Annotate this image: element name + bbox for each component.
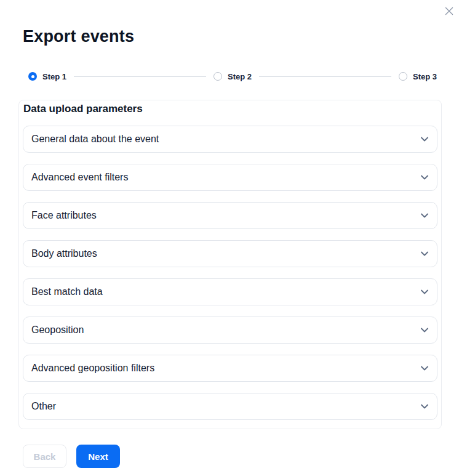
accordion-advanced-event-filters[interactable]: Advanced event filters [23, 164, 437, 191]
step-2-radio-icon [214, 72, 222, 81]
step-1-radio-icon [28, 72, 37, 81]
chevron-down-icon [420, 134, 429, 144]
chevron-down-icon [420, 325, 429, 335]
chevron-down-icon [420, 363, 429, 373]
page-title: Export events [23, 27, 134, 46]
accordion-label: Best match data [31, 287, 103, 297]
step-1-label: Step 1 [42, 72, 66, 81]
accordion-label: Geoposition [31, 325, 84, 335]
accordion-label: Other [31, 401, 56, 411]
step-3[interactable]: Step 3 [399, 72, 437, 81]
accordion-label: Body attributes [31, 249, 97, 259]
step-2-label: Step 2 [228, 72, 252, 81]
export-events-modal: Export events Step 1 Step 2 Step 3 Data … [0, 0, 459, 476]
stepper: Step 1 Step 2 Step 3 [28, 70, 437, 83]
accordion-face-attributes[interactable]: Face attributes [23, 202, 437, 229]
accordion-general-data[interactable]: General data about the event [23, 126, 437, 153]
step-2[interactable]: Step 2 [214, 72, 252, 81]
footer-actions: Back Next [23, 445, 120, 468]
chevron-down-icon [420, 249, 429, 259]
chevron-down-icon [420, 401, 429, 411]
back-button[interactable]: Back [23, 445, 66, 468]
accordion-body-attributes[interactable]: Body attributes [23, 240, 437, 267]
step-3-radio-icon [399, 72, 407, 81]
accordion-label: Face attributes [31, 211, 97, 220]
step-1[interactable]: Step 1 [28, 72, 66, 81]
accordion-geoposition[interactable]: Geoposition [23, 317, 437, 344]
stepper-connector [74, 76, 206, 77]
accordion-advanced-geoposition-filters[interactable]: Advanced geoposition filters [23, 355, 437, 382]
accordion-other[interactable]: Other [23, 393, 437, 420]
close-button[interactable] [439, 1, 459, 21]
stepper-connector [259, 76, 391, 77]
chevron-down-icon [420, 172, 429, 182]
step-3-label: Step 3 [413, 72, 437, 81]
data-upload-parameters-panel: Data upload parameters General data abou… [18, 100, 442, 429]
accordion-best-match-data[interactable]: Best match data [23, 278, 437, 305]
accordion-label: General data about the event [31, 134, 159, 144]
accordion-label: Advanced event filters [31, 172, 128, 182]
close-icon [444, 6, 454, 16]
chevron-down-icon [420, 287, 429, 297]
chevron-down-icon [420, 211, 429, 220]
panel-heading: Data upload parameters [23, 103, 437, 115]
accordion-label: Advanced geoposition filters [31, 363, 154, 373]
next-button[interactable]: Next [76, 445, 120, 468]
